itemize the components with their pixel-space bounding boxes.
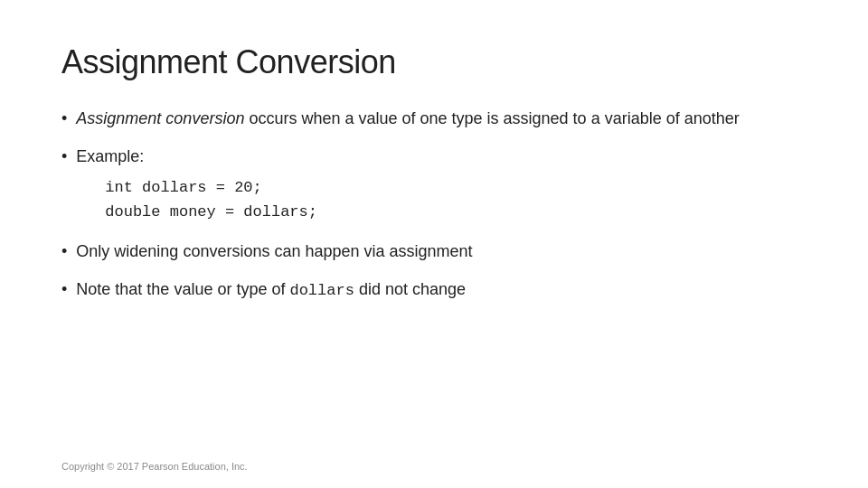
bullet-text-2: Example: [76,147,144,165]
bullet-dot-4: • [61,277,67,301]
bullet-text-2-container: Example: int dollars = 20; double money … [76,145,317,224]
bullet-text-4-before: Note that the value or type of [76,280,289,298]
bullet-item-4: • Note that the value or type of dollars… [61,277,807,303]
bullet-dot-1: • [61,107,67,130]
bullet-text-4-after: did not change [354,280,466,298]
slide: Assignment Conversion • Assignment conve… [0,0,868,488]
bullet-item-2: • Example: int dollars = 20; double mone… [61,145,807,224]
bullet-item-3: • Only widening conversions can happen v… [61,239,807,263]
bullet-text-3: Only widening conversions can happen via… [76,239,472,263]
bullet-dot-3: • [61,239,67,263]
bullet-text-1-after: occurs when a value of one type is assig… [244,109,739,127]
content-area: • Assignment conversion occurs when a va… [61,107,807,461]
bullet-dot-2: • [61,145,67,168]
bullet-text-1: Assignment conversion occurs when a valu… [76,107,739,130]
bullet-item-1: • Assignment conversion occurs when a va… [61,107,807,130]
code-line-2: double money = dollars; [105,200,317,224]
code-block: int dollars = 20; double money = dollars… [105,175,317,224]
bullet-text-4: Note that the value or type of dollars d… [76,277,466,303]
slide-title: Assignment Conversion [61,43,807,81]
italic-text-1: Assignment conversion [76,109,244,127]
bullet-text-4-code: dollars [289,282,354,299]
footer-copyright: Copyright © 2017 Pearson Education, Inc. [61,461,248,472]
code-line-1: int dollars = 20; [105,175,317,200]
